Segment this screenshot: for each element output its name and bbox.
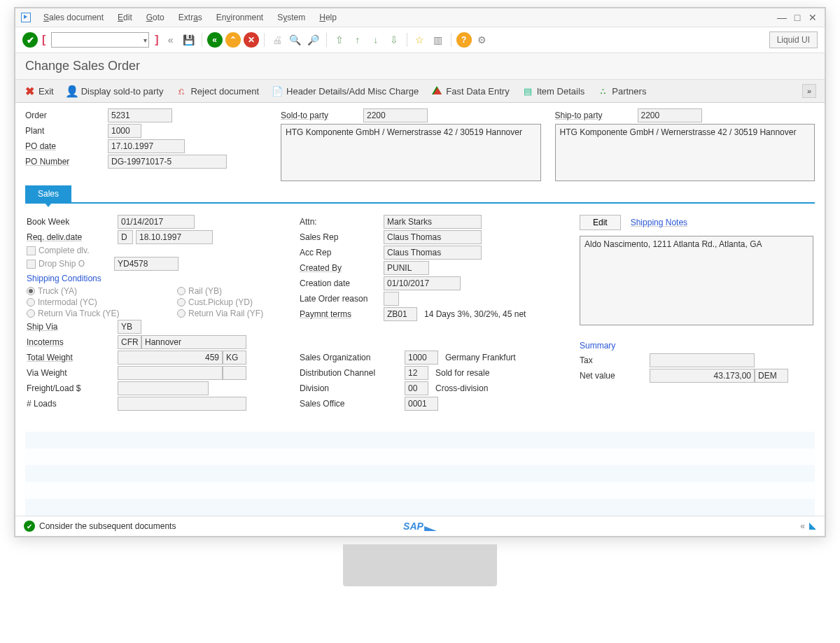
page-up-icon[interactable]: ↑ (350, 32, 365, 48)
net-value-field[interactable] (650, 369, 755, 383)
via-weight-field[interactable] (118, 366, 223, 380)
bracket-right-icon: ] (155, 34, 158, 46)
item-grid-placeholder (25, 432, 815, 516)
close-button[interactable]: ✕ (806, 11, 819, 24)
via-weight-unit-field[interactable] (223, 366, 246, 380)
po-date-field[interactable] (108, 139, 185, 153)
incoterms-code-field[interactable] (118, 335, 141, 349)
total-weight-field[interactable] (118, 351, 223, 365)
header-icon: 📄 (272, 85, 283, 97)
nav-back-icon[interactable]: « (207, 32, 223, 48)
book-week-field[interactable] (118, 215, 195, 229)
page-first-icon[interactable]: ⇧ (332, 32, 347, 48)
radio-return-truck[interactable] (27, 309, 35, 318)
toolbar: ✔ [ ] « 💾 « ⌃ ✕ 🖨 🔍 🔎 ⇧ ↑ ↓ ⇩ ☆ ▥ ? ⚙ Li… (15, 27, 825, 53)
drop-ship-field[interactable] (114, 257, 178, 271)
minimize-button[interactable]: — (776, 11, 788, 24)
status-message: Consider the subsequent documents (39, 521, 176, 531)
sales-rep-field[interactable] (384, 230, 482, 244)
find-icon[interactable]: 🔍 (288, 32, 303, 48)
complete-dlv-checkbox[interactable] (27, 246, 36, 255)
person-icon: 👤 (66, 85, 78, 97)
sold-to-field[interactable] (363, 108, 428, 122)
header-details-button[interactable]: 📄 Header Details/Add Misc Charge (272, 85, 419, 97)
via-weight-label: Via Weight (27, 368, 118, 378)
sales-org-field[interactable] (405, 351, 438, 365)
partners-button[interactable]: ⛬ Partners (597, 85, 646, 97)
menu-help[interactable]: Help (312, 11, 344, 24)
order-field[interactable] (108, 108, 172, 122)
display-sold-to-button[interactable]: 👤 Display sold-to party (66, 85, 164, 97)
save-icon[interactable]: 💾 (181, 32, 197, 48)
layout-icon[interactable]: ▥ (430, 32, 446, 48)
created-by-field[interactable] (384, 261, 429, 275)
collapse-icon[interactable]: « (800, 521, 805, 531)
menu-environment[interactable]: Environment (209, 11, 270, 24)
page-title: Change Sales Order (15, 53, 825, 79)
radio-rail[interactable] (177, 287, 186, 295)
reject-document-button[interactable]: ⎌ Reject document (176, 85, 259, 97)
acc-rep-field[interactable] (384, 246, 482, 260)
req-deliv-field[interactable] (136, 230, 213, 244)
cancel-icon[interactable]: ✕ (244, 32, 259, 48)
item-details-button[interactable]: ▤ Item Details (522, 85, 585, 97)
menu-lead-icon[interactable] (21, 13, 31, 22)
tax-field[interactable] (650, 353, 755, 367)
page-last-icon[interactable]: ⇩ (386, 32, 402, 48)
division-field[interactable] (405, 381, 428, 395)
req-deliv-flag-field[interactable] (118, 230, 133, 244)
edit-button[interactable]: Edit (580, 215, 621, 230)
shipping-notes-link[interactable]: Shipping Notes (631, 218, 687, 227)
radio-return-rail[interactable] (177, 309, 186, 318)
menu-edit[interactable]: Edit (111, 11, 139, 24)
late-reason-field[interactable] (384, 292, 399, 306)
settings-icon[interactable]: ⚙ (475, 32, 490, 48)
loads-field[interactable] (118, 397, 246, 411)
plant-field[interactable] (108, 124, 141, 138)
menu-extras[interactable]: Extras (172, 11, 209, 24)
enter-icon[interactable]: ✔ (22, 32, 38, 48)
po-number-label: PO Number (25, 157, 108, 167)
help-icon[interactable]: ? (456, 32, 472, 48)
radio-truck[interactable] (27, 287, 35, 295)
creation-date-field[interactable] (384, 276, 461, 290)
incoterms-text-field[interactable] (141, 335, 246, 349)
new-session-icon[interactable]: ☆ (412, 32, 428, 48)
x-icon: ✖ (24, 85, 35, 97)
find-next-icon[interactable]: 🔎 (306, 32, 321, 48)
sales-off-field[interactable] (405, 397, 438, 411)
exit-button[interactable]: ✖ Exit (24, 85, 54, 97)
radio-cust-pickup[interactable] (177, 298, 186, 306)
net-value-label: Net value (580, 371, 650, 381)
tax-label: Tax (580, 355, 650, 365)
radio-intermodal[interactable] (27, 298, 35, 306)
page-down-icon[interactable]: ↓ (368, 32, 384, 48)
pay-terms-label: Paymnt terms (300, 309, 384, 319)
back-double-icon[interactable]: « (163, 32, 178, 48)
pay-terms-code-field[interactable] (384, 307, 417, 321)
po-number-field[interactable] (108, 155, 227, 169)
reject-label: Reject document (190, 86, 259, 97)
liquid-ui-button[interactable]: Liquid UI (769, 31, 818, 48)
menu-bar: Sales document Edit Goto Extras Environm… (15, 8, 825, 27)
command-field[interactable] (51, 32, 149, 48)
menu-goto[interactable]: Goto (139, 11, 172, 24)
freight-field[interactable] (118, 381, 209, 395)
more-actions-button[interactable]: » (802, 84, 816, 98)
menu-system[interactable]: System (270, 11, 312, 24)
ship-via-field[interactable] (118, 320, 141, 334)
dist-ch-field[interactable] (405, 366, 428, 380)
drop-ship-checkbox[interactable] (27, 260, 36, 269)
resize-handle-icon[interactable] (809, 523, 816, 530)
print-icon[interactable]: 🖨 (270, 32, 285, 48)
fast-data-entry-button[interactable]: Fast Data Entry (431, 85, 509, 97)
total-weight-unit-field[interactable] (223, 351, 246, 365)
ship-to-field[interactable] (638, 108, 702, 122)
attn-field[interactable] (384, 215, 482, 229)
tab-sales[interactable]: Sales (25, 185, 71, 202)
menu-sales-document[interactable]: Sales document (36, 11, 111, 24)
nav-up-icon[interactable]: ⌃ (225, 32, 241, 48)
net-currency-field[interactable] (755, 369, 788, 383)
ship-to-address: HTG Komponente GmbH / Wernerstrasse 42 /… (555, 124, 816, 181)
maximize-button[interactable]: □ (791, 11, 804, 24)
